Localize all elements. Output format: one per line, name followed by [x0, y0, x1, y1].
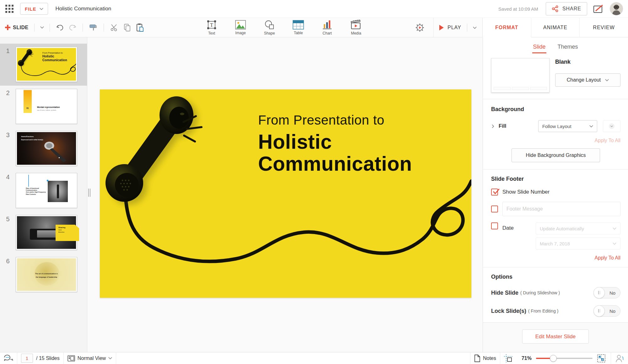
status-bar: / 15 Slides Normal View Notes	[0, 352, 628, 364]
date-row: Date Update Automatically March 7, 2018	[491, 222, 620, 249]
tab-animate[interactable]: ANIMATE	[531, 18, 580, 37]
chevron-down-icon	[40, 8, 43, 10]
footer-apply-to-all[interactable]: Apply To All	[491, 255, 620, 261]
chevron-down-icon	[613, 228, 616, 230]
fill-mode-select[interactable]: Follow Layout	[538, 120, 597, 132]
edit-master-slide-button[interactable]: Edit Master Slide	[522, 329, 589, 344]
guides-segment	[500, 352, 517, 364]
redo-icon[interactable]	[68, 24, 77, 32]
layout-preview[interactable]	[491, 58, 550, 93]
slide-number-label: 5	[0, 215, 16, 223]
plus-icon	[5, 25, 10, 30]
tab-format[interactable]: FORMAT	[483, 18, 531, 37]
footer-message-checkbox[interactable]	[491, 206, 498, 212]
play-options-chevron-icon[interactable]	[473, 27, 477, 29]
collaborators-icon[interactable]	[615, 354, 624, 362]
lock-slides-label: Lock Slide(s)	[491, 308, 526, 314]
tag-line2: Attention	[58, 231, 79, 233]
change-layout-button[interactable]: Change Layout	[555, 73, 620, 87]
insert-table-tool[interactable]: Table	[289, 20, 307, 35]
toolbar-right: PLAY	[414, 18, 482, 37]
layout-info: Blank Change Layout	[555, 58, 620, 93]
total-slides-label: / 15 Slides	[36, 356, 60, 361]
layout-name: Blank	[555, 59, 620, 65]
paste-icon[interactable]	[135, 23, 145, 33]
show-slide-number-checkbox[interactable]	[491, 189, 498, 195]
current-slide-input[interactable]	[21, 354, 33, 363]
guides-icon[interactable]	[504, 354, 513, 362]
hide-slide-toggle[interactable]: No	[593, 287, 620, 298]
slide-thumbnail-3[interactable]: 3 Intents/Functions Expressed and in wha…	[0, 128, 87, 170]
slide-face: From Presentation to HolisticCommunicati…	[100, 89, 471, 298]
lock-slides-toggle[interactable]: No	[593, 305, 620, 317]
file-menu-button[interactable]: FILE	[20, 3, 48, 15]
toggle-value: No	[605, 290, 620, 296]
zoom-slider-knob[interactable]	[550, 355, 557, 362]
undo-icon[interactable]	[56, 24, 64, 32]
slideshow-settings-gear-icon[interactable]	[414, 22, 425, 33]
notes-segment[interactable]: Notes	[470, 352, 500, 364]
hide-background-graphics-button[interactable]: Hide Background Graphics	[512, 148, 600, 162]
thumbnail-frame: Rate of Intentional Communication Acts a…	[16, 173, 77, 208]
cut-icon[interactable]	[110, 23, 119, 32]
zoom-slider[interactable]	[536, 358, 593, 359]
panel-tabs: FORMAT ANIMATE REVIEW	[482, 18, 628, 37]
share-button[interactable]: SHARE	[546, 2, 587, 15]
insert-image-tool[interactable]: Image	[231, 20, 250, 35]
insert-media-tool[interactable]: Media	[347, 20, 365, 35]
format-painter-icon[interactable]	[89, 23, 98, 32]
show-slide-number-row: Show Slide Number	[491, 189, 620, 195]
slide-thumbnail-5[interactable]: 5 Sharing Joint Attention	[0, 212, 87, 254]
background-apply-to-all[interactable]: Apply To All	[491, 138, 620, 143]
comments-icon[interactable]	[4, 354, 13, 362]
insert-chart-tool[interactable]: Chart	[318, 20, 336, 35]
chevron-down-icon	[613, 243, 616, 245]
date-checkbox[interactable]	[491, 222, 498, 229]
hide-slide-row: Hide Slide ( During Slideshow ) No	[491, 287, 620, 298]
document-title: Holistic Communication	[56, 6, 111, 12]
color-dot	[609, 123, 614, 129]
view-mode-segment[interactable]: Normal View	[64, 352, 116, 364]
date-label: Date	[502, 222, 514, 231]
slide-thumbnail-6[interactable]: 6 The art of communication is the langua…	[0, 254, 87, 296]
phone-screen	[37, 230, 56, 238]
copy-icon[interactable]	[123, 23, 132, 32]
slide-thumbnail-1[interactable]: 1 From Presentation to HolisticCommunica…	[0, 44, 87, 86]
fill-disclosure-icon[interactable]	[492, 124, 494, 128]
app-grid-icon[interactable]	[5, 4, 14, 13]
fill-color-swatch[interactable]	[603, 120, 620, 132]
insert-text-tool[interactable]: T Text	[203, 20, 221, 35]
date-value-select[interactable]: March 7, 2018	[536, 238, 620, 249]
footer-message-row	[491, 202, 620, 216]
play-button[interactable]: PLAY	[433, 18, 482, 37]
tab-review[interactable]: REVIEW	[579, 18, 628, 37]
subtab-slide[interactable]: Slide	[533, 44, 545, 52]
tool-label: Table	[294, 31, 303, 35]
date-mode-select[interactable]: Update Automatically	[536, 222, 620, 234]
pale-yellow-background	[17, 258, 76, 291]
feedback-icon[interactable]	[593, 4, 604, 13]
notes-icon	[474, 355, 480, 362]
view-mode-label: Normal View	[78, 356, 106, 361]
user-avatar[interactable]	[610, 2, 623, 15]
add-slide-button[interactable]: SLIDE	[5, 25, 29, 30]
fit-to-screen-icon[interactable]	[597, 354, 606, 363]
slide-options-chevron-icon[interactable]	[40, 26, 44, 29]
slide-number-label: 4	[0, 173, 16, 181]
sidebar-resize-grip[interactable]	[88, 189, 90, 197]
footer-message-input[interactable]	[502, 202, 620, 216]
mini-slide-1: From Presentation to HolisticCommunicati…	[17, 48, 76, 81]
slide-number-label: 6	[0, 257, 16, 265]
slide-thumbnail-2[interactable]: 2 01 Mental representation use of icons,…	[0, 86, 87, 128]
subtab-themes[interactable]: Themes	[558, 44, 578, 52]
thumb-line1: The art of communication is	[17, 273, 76, 275]
background-heading: Background	[491, 106, 620, 113]
svg-text:T: T	[210, 22, 213, 28]
share-icon	[552, 5, 559, 12]
slide-thumbnail-4[interactable]: 4 Rate of Intentional Communication Acts…	[0, 170, 87, 212]
slide-number-label: 2	[0, 89, 16, 97]
show-slide-number-label: Show Slide Number	[502, 189, 550, 195]
play-icon	[439, 25, 444, 30]
current-slide[interactable]: From Presentation to HolisticCommunicati…	[100, 89, 471, 298]
insert-shape-tool[interactable]: Shape	[260, 20, 279, 35]
